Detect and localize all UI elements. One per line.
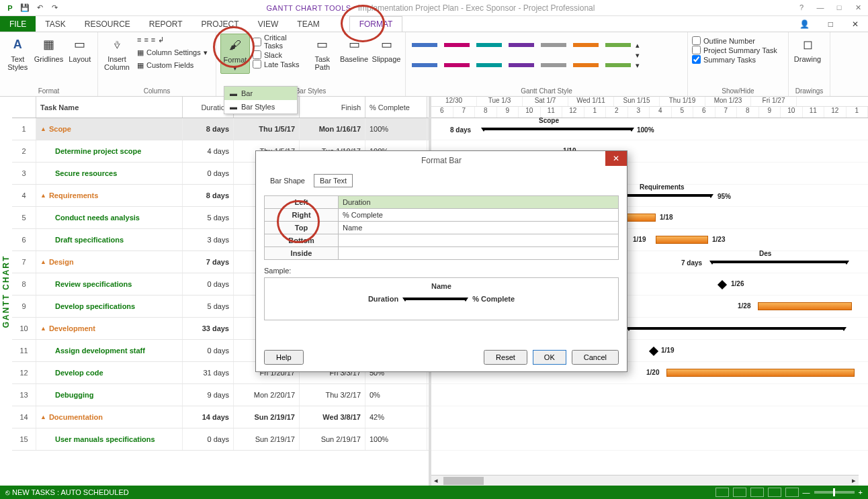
field-left[interactable]: Duration: [339, 196, 619, 209]
dialog-close-button[interactable]: ✕: [605, 151, 627, 166]
row-right[interactable]: Right: [265, 209, 339, 222]
style-swatch[interactable]: [571, 41, 601, 69]
style-swatch[interactable]: [442, 41, 472, 69]
format-button[interactable]: 🖌 Format▾: [220, 34, 250, 74]
style-swatch[interactable]: [507, 41, 536, 69]
insert-column-button[interactable]: ⎀Insert Column: [102, 34, 132, 73]
layout-button[interactable]: ▭Layout: [67, 34, 94, 64]
gantt-style-gallery[interactable]: ▴▾▾: [410, 34, 683, 77]
style-swatch[interactable]: [474, 41, 504, 69]
table-row[interactable]: 15User manuals specifications0 daysSun 2…: [12, 428, 429, 451]
view-shortcut[interactable]: [750, 488, 764, 497]
align-center-icon[interactable]: ≡: [144, 36, 148, 44]
milestone[interactable]: [718, 280, 727, 289]
gallery-down-icon[interactable]: ▾: [636, 51, 640, 60]
view-shortcut[interactable]: [733, 488, 746, 497]
tab-bar-shape[interactable]: Bar Shape: [264, 174, 311, 187]
align-buttons[interactable]: ≡≡≡↲: [134, 34, 210, 46]
field-top[interactable]: Name: [339, 222, 619, 234]
ok-button[interactable]: OK: [533, 350, 566, 365]
outline-number-check[interactable]: Outline Number: [692, 36, 784, 45]
zoom-in-icon[interactable]: +: [859, 488, 863, 496]
zoom-slider[interactable]: [814, 491, 855, 494]
align-left-icon[interactable]: ≡: [137, 36, 141, 44]
align-right-icon[interactable]: ≡: [151, 36, 155, 44]
view-label-sidebar: GANTT CHART: [0, 97, 12, 486]
task-bar[interactable]: [656, 236, 708, 244]
menu-item-bar[interactable]: ▬Bar: [224, 87, 297, 100]
custom-fields-button[interactable]: ▦Custom Fields: [134, 59, 210, 71]
status-text: NEW TASKS : AUTO SCHEDULED: [12, 488, 129, 496]
gridlines-button[interactable]: ▦Gridlines: [34, 34, 64, 64]
milestone[interactable]: [649, 347, 658, 356]
cancel-button[interactable]: Cancel: [572, 350, 619, 365]
undo-icon[interactable]: ↶: [32, 1, 47, 15]
tab-report[interactable]: REPORT: [140, 16, 192, 32]
slack-check[interactable]: Slack: [253, 50, 306, 59]
row-bottom[interactable]: Bottom: [265, 234, 339, 247]
summary-bar[interactable]: [629, 327, 844, 330]
tab-team[interactable]: TEAM: [288, 16, 329, 32]
task-path-button[interactable]: ▭Task Path: [308, 34, 337, 73]
reset-button[interactable]: Reset: [484, 350, 527, 365]
field-bottom[interactable]: [339, 234, 619, 247]
view-shortcut[interactable]: [715, 488, 729, 497]
tab-task[interactable]: TASK: [36, 16, 75, 32]
row-top[interactable]: Top: [265, 222, 339, 234]
menu-item-bar-styles[interactable]: ▬Bar Styles: [224, 100, 297, 114]
help-button[interactable]: Help: [264, 350, 304, 365]
col-finish[interactable]: Finish: [300, 97, 365, 118]
task-bar[interactable]: [666, 369, 855, 377]
view-shortcut[interactable]: [785, 488, 799, 497]
help-icon[interactable]: ?: [794, 3, 809, 12]
column-settings-button[interactable]: ▦Column Settings ▾: [134, 46, 210, 58]
sample-label: Sample:: [264, 267, 619, 275]
table-row[interactable]: 1▲Scope8 daysThu 1/5/17Mon 1/16/17100%: [12, 118, 429, 140]
ribbon-options-icon[interactable]: □: [819, 16, 842, 32]
drawing-button[interactable]: ◻Drawing: [793, 34, 822, 64]
horizontal-scrollbar[interactable]: ◂▸: [431, 475, 859, 486]
late-tasks-check[interactable]: Late Tasks: [253, 60, 306, 69]
gallery-more-icon[interactable]: ▾: [636, 61, 640, 70]
gallery-up-icon[interactable]: ▴: [636, 41, 640, 50]
row-inside[interactable]: Inside: [265, 247, 339, 260]
summary-tasks-check[interactable]: Summary Tasks: [692, 55, 784, 64]
summary-bar[interactable]: [484, 128, 632, 130]
col-pct[interactable]: % Complete: [365, 97, 427, 118]
col-task-name[interactable]: Task Name: [36, 97, 183, 118]
baseline-button[interactable]: ▭Baseline: [339, 34, 369, 64]
ribbon-close-icon[interactable]: ✕: [842, 16, 868, 32]
close-icon[interactable]: ✕: [851, 3, 865, 12]
restore-icon[interactable]: □: [832, 3, 847, 12]
title-bar: P 💾 ↶ ↷ GANTT CHART TOOLS Implementation…: [0, 0, 868, 16]
field-inside[interactable]: [339, 247, 619, 260]
summary-bar[interactable]: [712, 261, 847, 263]
table-row[interactable]: 14▲Documentation14 daysSun 2/19/17Wed 3/…: [12, 406, 429, 428]
tab-project[interactable]: PROJECT: [192, 16, 249, 32]
tab-format[interactable]: FORMAT: [349, 16, 403, 32]
slippage-button[interactable]: ▭Slippage: [372, 34, 401, 64]
tab-bar-text[interactable]: Bar Text: [314, 174, 353, 187]
table-row[interactable]: 13Debugging9 daysMon 2/20/17Thu 3/2/170%: [12, 384, 429, 406]
zoom-out-icon[interactable]: —: [803, 488, 810, 496]
file-tab[interactable]: FILE: [0, 16, 36, 32]
critical-tasks-check[interactable]: Critical Tasks: [253, 34, 306, 50]
account-icon[interactable]: 👤: [790, 16, 819, 32]
save-icon[interactable]: 💾: [17, 1, 32, 15]
redo-icon[interactable]: ↷: [47, 1, 62, 15]
style-swatch[interactable]: [539, 41, 568, 69]
field-right[interactable]: % Complete: [339, 209, 619, 222]
wrap-text-icon[interactable]: ↲: [158, 36, 164, 44]
minimize-icon[interactable]: —: [813, 3, 828, 12]
task-bar[interactable]: [758, 302, 852, 310]
project-summary-check[interactable]: Project Summary Task: [692, 46, 784, 54]
tab-view[interactable]: VIEW: [249, 16, 288, 32]
sample-preview: Name Duration % Complete: [264, 277, 619, 320]
style-swatch[interactable]: [603, 41, 633, 69]
schedule-mode-icon: ⎋: [5, 488, 10, 496]
tab-resource[interactable]: RESOURCE: [75, 16, 140, 32]
style-swatch[interactable]: [410, 41, 439, 69]
row-left[interactable]: Left: [265, 196, 339, 209]
text-styles-button[interactable]: AText Styles: [4, 34, 32, 73]
view-shortcut[interactable]: [768, 488, 781, 497]
